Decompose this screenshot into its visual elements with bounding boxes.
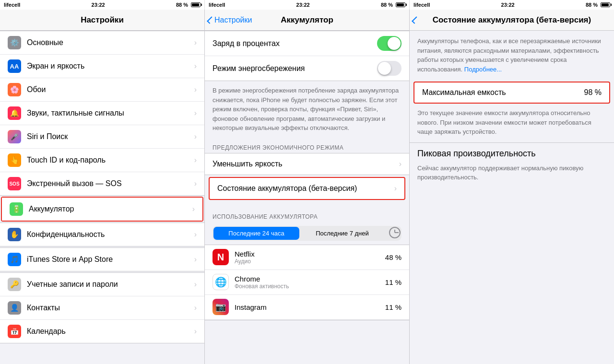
chevron-icon: › — [194, 109, 197, 117]
back-button[interactable]: Настройки — [209, 16, 252, 24]
economy-header: ПРЕДЛОЖЕНИЯ ЭКОНОМИЧНОГО РЕЖИМА — [205, 137, 409, 153]
status-bars: lifecell 23:22 88 % lifecell 23:22 88 % … — [0, 0, 614, 10]
chevron-icon: › — [194, 62, 197, 70]
app-instagram[interactable]: 📷 Instagram 11 % — [205, 295, 409, 320]
status-bar-3: lifecell 23:22 88 % — [410, 0, 614, 10]
instagram-icon: 📷 — [213, 299, 229, 315]
time-2: 23:22 — [296, 2, 310, 8]
chrome-icon: 🌐 — [213, 274, 229, 290]
time-btn-24h[interactable]: Последние 24 часа — [213, 227, 299, 240]
settings-group-2: 🔋 Аккумулятор › — [1, 197, 203, 222]
max-capacity-desc: Это текущее значение емкости аккумулятор… — [410, 106, 614, 142]
uchet-icon: 🔑 — [8, 278, 21, 291]
sidebar-item-zvuki[interactable]: 🔔 Звуки, тактильные сигналы › — [0, 102, 204, 125]
settings-group-5: 🔑 Учетные записи и пароли › 👤 Контакты ›… — [0, 272, 204, 343]
reduce-brightness-row[interactable]: Уменьшить яркость › — [205, 153, 409, 175]
panel-battery: Настройки Аккумулятор Заряд в процентах … — [205, 10, 410, 364]
netflix-icon: N — [213, 249, 229, 265]
app-chrome[interactable]: 🌐 Chrome Фоновая активность 11 % — [205, 270, 409, 295]
sidebar-item-touchid[interactable]: 👆 Touch ID и код-пароль › — [0, 149, 204, 172]
battery-info-body: Аккумуляторы телефона, как и все перезар… — [417, 37, 601, 73]
panels: Настройки ⚙️ Основные › AA Экран и яркос… — [0, 10, 614, 364]
oboi-icon: 🌸 — [8, 83, 21, 96]
battery-state-item[interactable]: Состояние аккумулятора (бета-версия) › — [209, 177, 405, 200]
settings-group-3: ✋ Конфиденциальность › — [0, 223, 204, 247]
back-label: Настройки — [214, 16, 252, 24]
kalendar-label: Календарь — [27, 327, 194, 336]
chrome-info: Chrome Фоновая активность — [235, 275, 385, 290]
sidebar-item-kalendar[interactable]: 📅 Календарь › — [0, 320, 204, 343]
battery-icon-3 — [601, 2, 610, 7]
chevron-icon: › — [194, 230, 197, 239]
chevron-left-icon — [207, 16, 214, 24]
battery-title: Аккумулятор — [281, 15, 333, 25]
settings-group-4: 🎵 iTunes Store и App Store › — [0, 247, 204, 271]
energy-note: В режиме энергосбережения потребление за… — [205, 82, 409, 137]
battery-state-header: Состояние аккумулятора (бета-версия) — [410, 10, 614, 31]
app-battery-list: N Netflix Аудио 48 % 🌐 Chrome Фоновая ак… — [205, 245, 409, 320]
chevron-left-icon-3 — [412, 16, 419, 24]
sidebar-item-akkum[interactable]: 🔋 Аккумулятор › — [2, 198, 202, 221]
chevron-icon: › — [194, 304, 197, 312]
uchet-label: Учетные записи и пароли — [27, 280, 194, 289]
energy-saving-row[interactable]: Режим энергосбережения — [205, 56, 409, 81]
netflix-name: Netflix — [235, 250, 385, 258]
toggle-knob — [388, 37, 401, 50]
chrome-sub: Фоновая активность — [235, 283, 385, 290]
energy-saving-toggle[interactable] — [377, 61, 401, 76]
clock-icon[interactable] — [389, 227, 401, 238]
sidebar-item-oboi[interactable]: 🌸 Обои › — [0, 78, 204, 102]
battery-list: Заряд в процентах Режим энергосбережения… — [205, 31, 409, 364]
sidebar-item-sos[interactable]: SOS Экстренный вызов — SOS › — [0, 172, 204, 195]
konfid-icon: ✋ — [8, 228, 21, 241]
panel-settings: Настройки ⚙️ Основные › AA Экран и яркос… — [0, 10, 205, 364]
siri-label: Siri и Поиск — [27, 132, 194, 141]
chrome-name: Chrome — [235, 275, 385, 283]
status-right-1: 88 % — [176, 2, 201, 8]
battery-toggles: Заряд в процентах Режим энергосбережения — [205, 31, 409, 81]
touchid-icon: 👆 — [8, 153, 21, 167]
kontakty-icon: 👤 — [8, 301, 21, 315]
chevron-icon: › — [194, 255, 197, 264]
charge-pct-toggle[interactable] — [377, 36, 401, 51]
battery-info-text: Аккумуляторы телефона, как и все перезар… — [410, 31, 614, 80]
kalendar-icon: 📅 — [8, 325, 21, 338]
battery-state-label: Состояние аккумулятора (бета-версия) — [217, 184, 394, 193]
app-netflix[interactable]: N Netflix Аудио 48 % — [205, 245, 409, 270]
sidebar-item-siri[interactable]: 🎤 Siri и Поиск › — [0, 125, 204, 149]
time-btn-7d[interactable]: Последние 7 дней — [299, 227, 385, 240]
sidebar-item-kontakty[interactable]: 👤 Контакты › — [0, 296, 204, 320]
peak-perf-title: Пиковая производительность — [410, 143, 614, 161]
kontakty-label: Контакты — [27, 304, 194, 312]
chevron-icon: › — [194, 85, 197, 94]
settings-list[interactable]: ⚙️ Основные › AA Экран и яркость › 🌸 Обо… — [0, 31, 204, 364]
touchid-label: Touch ID и код-пароль — [27, 156, 194, 164]
sidebar-item-uchet[interactable]: 🔑 Учетные записи и пароли › — [0, 273, 204, 296]
battery-state-list: Аккумуляторы телефона, как и все перезар… — [410, 31, 614, 364]
status-bar-1: lifecell 23:22 88 % — [0, 0, 205, 10]
carrier-1: lifecell — [4, 2, 20, 8]
charge-pct-row[interactable]: Заряд в процентах — [205, 31, 409, 56]
learn-more-link[interactable]: Подробнее... — [464, 66, 502, 73]
ekran-icon: AA — [8, 59, 21, 73]
itunes-icon: 🎵 — [8, 253, 21, 266]
instagram-pct: 11 % — [385, 303, 401, 311]
status-right-2: 88 % — [381, 2, 405, 8]
clock-hand-minute — [395, 232, 399, 233]
sidebar-item-itunes[interactable]: 🎵 iTunes Store и App Store › — [0, 248, 204, 271]
chevron-icon: › — [194, 132, 197, 141]
akkum-icon: 🔋 — [10, 202, 23, 216]
battery-state-inner: Состояние аккумулятора (бета-версия) › — [210, 178, 404, 199]
sos-icon: SOS — [8, 177, 21, 190]
time-1: 23:22 — [92, 2, 105, 8]
sidebar-item-osnovnye[interactable]: ⚙️ Основные › — [0, 31, 204, 55]
ekran-label: Экран и яркость — [27, 62, 194, 70]
back-button-3[interactable] — [413, 17, 417, 23]
energy-saving-label: Режим энергосбережения — [213, 64, 377, 73]
sidebar-item-konfid[interactable]: ✋ Конфиденциальность › — [0, 223, 204, 246]
itunes-label: iTunes Store и App Store — [27, 255, 194, 264]
netflix-pct: 48 % — [385, 253, 401, 261]
netflix-info: Netflix Аудио — [235, 250, 385, 265]
akkum-label: Аккумулятор — [29, 205, 192, 213]
sidebar-item-ekran[interactable]: AA Экран и яркость › — [0, 55, 204, 78]
